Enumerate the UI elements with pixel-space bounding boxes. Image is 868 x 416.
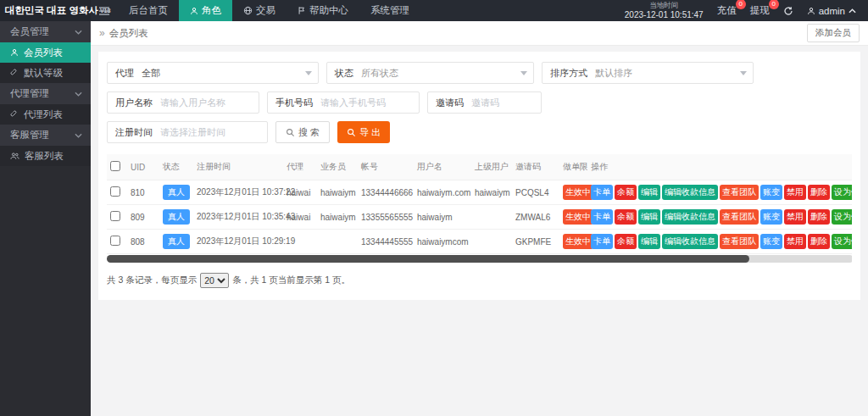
agent-filter: 代理 全部 (107, 62, 319, 84)
agent-filter-label: 代理 (108, 67, 142, 80)
chevron-down-icon (75, 30, 82, 35)
col-header-actions: 操作 (587, 154, 852, 180)
page-title: 会员列表 (109, 27, 148, 40)
chevron-down-icon (75, 133, 82, 138)
sidebar-item-agent-list[interactable]: 代理列表 (0, 104, 91, 125)
stuck-order-button[interactable]: 卡单 (591, 185, 613, 200)
delete-button[interactable]: 删除 (808, 209, 830, 225)
cell-invite-code: ZMWAL6 (512, 205, 559, 230)
view-team-button[interactable]: 查看团队 (720, 209, 759, 225)
select-all-checkbox[interactable] (110, 161, 120, 171)
set-fake-button[interactable]: 设为假人 (832, 209, 852, 225)
page-size-select[interactable]: 20 (200, 273, 229, 288)
sidebar-item-default-level[interactable]: 默认等级 (0, 63, 91, 83)
sort-select[interactable]: 默认排序 (595, 67, 753, 80)
regtime-filter-label: 注册时间 (108, 126, 160, 139)
sidebar-item-service-list[interactable]: 客服列表 (0, 146, 91, 166)
disable-button[interactable]: 禁用 (784, 185, 806, 200)
cell-account: 13344445555 (358, 230, 414, 254)
main-content: » 会员列表 添加会员 代理 全部 状态 所有状态 (91, 21, 868, 416)
cell-regtime: 2023年12月01日 10:35:43 (193, 205, 283, 230)
username-input[interactable] (160, 97, 259, 108)
disable-button[interactable]: 禁用 (784, 234, 806, 249)
cell-regtime: 2023年12月01日 10:37:22 (193, 180, 283, 205)
refresh-button[interactable] (783, 6, 793, 16)
local-time-value: 2023-12-01 10:51:47 (625, 10, 704, 19)
topbar: 대한민국 대표 영화사 V18 后台首页 角色 交易 帮助中心 (0, 0, 868, 21)
balance-button[interactable]: 余额 (615, 209, 637, 225)
status-filter-label: 状态 (327, 67, 361, 80)
status-badge: 真人 (163, 234, 190, 249)
sidebar: 会员管理 会员列表 默认等级 代理管理 代 (0, 21, 91, 416)
withdraw-button[interactable]: 提现 0 (750, 4, 770, 17)
export-button-label: 导 出 (359, 126, 381, 139)
breadcrumb: » 会员列表 添加会员 (91, 21, 868, 46)
account-change-button[interactable]: 账变 (760, 209, 782, 225)
search-button[interactable]: 搜 索 (275, 121, 330, 143)
tab-help-center[interactable]: 帮助中心 (287, 0, 359, 21)
tab-system-settings[interactable]: 系统管理 (359, 0, 420, 21)
stuck-order-button[interactable]: 卡单 (591, 209, 613, 225)
cell-regtime: 2023年12月01日 10:29:19 (193, 230, 283, 254)
edit-button[interactable]: 编辑 (638, 185, 660, 200)
tab-dashboard[interactable]: 后台首页 (118, 0, 179, 21)
delete-button[interactable]: 删除 (808, 234, 830, 249)
edit-button[interactable]: 编辑 (638, 209, 660, 225)
edit-payment-info-button[interactable]: 编辑收款信息 (662, 185, 718, 200)
limit-status-button[interactable]: 生效中 (563, 234, 593, 249)
balance-button[interactable]: 余额 (615, 185, 637, 200)
search-button-label: 搜 索 (298, 126, 320, 139)
sidebar-group-agent-management[interactable]: 代理管理 (0, 83, 91, 104)
edit-button[interactable]: 编辑 (638, 234, 660, 249)
limit-status-button[interactable]: 生效中 (563, 209, 593, 225)
add-member-button[interactable]: 添加会员 (807, 24, 860, 42)
stuck-order-button[interactable]: 卡单 (591, 234, 613, 249)
sidebar-group-member-management[interactable]: 会员管理 (0, 21, 91, 42)
account-change-button[interactable]: 账变 (760, 234, 782, 249)
regtime-input[interactable] (160, 127, 267, 137)
edit-payment-info-button[interactable]: 编辑收款信息 (662, 209, 718, 225)
row-checkbox[interactable] (110, 211, 120, 221)
cell-uid: 809 (127, 205, 159, 230)
balance-button[interactable]: 余额 (615, 234, 637, 249)
user-menu[interactable]: admin (807, 6, 856, 16)
invite-code-input[interactable] (471, 97, 541, 108)
recharge-button[interactable]: 充值 0 (717, 4, 737, 17)
status-badge: 真人 (163, 185, 190, 200)
chevron-down-icon (740, 71, 747, 75)
view-team-button[interactable]: 查看团队 (720, 234, 759, 249)
scrollbar-thumb[interactable] (107, 255, 749, 263)
sidebar-item-label: 客服列表 (25, 150, 64, 163)
cell-agent: haiwai (283, 205, 317, 230)
set-fake-button[interactable]: 设为假人 (832, 234, 852, 249)
set-fake-button[interactable]: 设为假人 (832, 185, 852, 200)
delete-button[interactable]: 删除 (808, 185, 830, 200)
cell-invite-code: GKPMFE (512, 230, 559, 254)
tab-transactions[interactable]: 交易 (232, 0, 287, 21)
view-team-button[interactable]: 查看团队 (720, 185, 759, 200)
local-time: 当地时间 2023-12-01 10:51:47 (625, 2, 704, 19)
disable-button[interactable]: 禁用 (784, 209, 806, 225)
edit-payment-info-button[interactable]: 编辑收款信息 (662, 234, 718, 249)
limit-status-button[interactable]: 生效中 (563, 185, 593, 200)
tab-roles[interactable]: 角色 (179, 0, 232, 21)
phone-input[interactable] (320, 97, 419, 108)
status-select[interactable]: 所有状态 (361, 67, 533, 80)
sidebar-toggle-button[interactable] (91, 0, 118, 21)
refresh-icon (783, 6, 793, 16)
row-checkbox[interactable] (110, 236, 120, 246)
row-checkbox[interactable] (110, 186, 120, 197)
cell-account: 13344446666 (358, 180, 414, 205)
tab-label: 角色 (202, 4, 221, 17)
sidebar-group-service-management[interactable]: 客服管理 (0, 125, 91, 146)
horizontal-scrollbar[interactable] (107, 255, 852, 263)
cell-actions: 卡单余额编辑编辑收款信息查看团队账变禁用删除设为假人 (587, 230, 852, 254)
table-row: 810 真人 2023年12月01日 10:37:22 haiwai haiwa… (107, 180, 852, 205)
export-button[interactable]: 导 出 (337, 121, 390, 143)
account-change-button[interactable]: 账变 (760, 185, 782, 200)
invite-code-filter-label: 邀请码 (428, 97, 471, 109)
regtime-filter: 注册时间 (107, 121, 268, 143)
sidebar-item-member-list[interactable]: 会员列表 (0, 42, 91, 63)
users-icon (10, 152, 19, 160)
agent-select[interactable]: 全部 (142, 67, 318, 80)
